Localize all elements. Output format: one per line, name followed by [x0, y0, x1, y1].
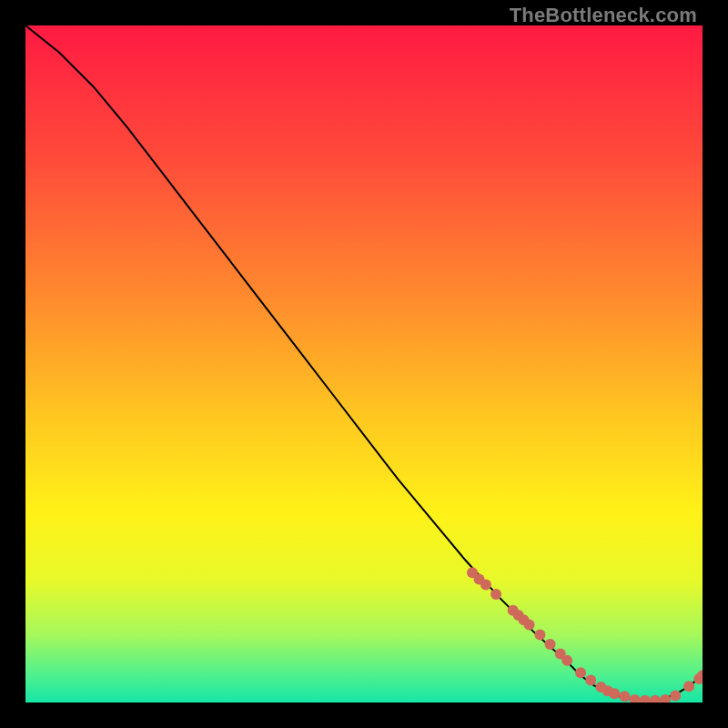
chart-stage: TheBottleneck.com [0, 0, 728, 728]
marker-dot [561, 655, 572, 666]
marker-dot [545, 639, 556, 650]
marker-dot [490, 589, 501, 600]
marker-dot [575, 667, 586, 678]
marker-dot [524, 619, 535, 630]
chart-svg [25, 25, 703, 703]
marker-dot [480, 580, 491, 591]
marker-dot [585, 674, 596, 685]
watermark-text: TheBottleneck.com [510, 4, 697, 27]
marker-dot [683, 681, 694, 692]
plot-area [25, 25, 703, 703]
marker-dot [670, 691, 681, 702]
marker-dot [534, 630, 545, 641]
marker-dot [619, 691, 630, 702]
marker-dot [609, 688, 620, 699]
